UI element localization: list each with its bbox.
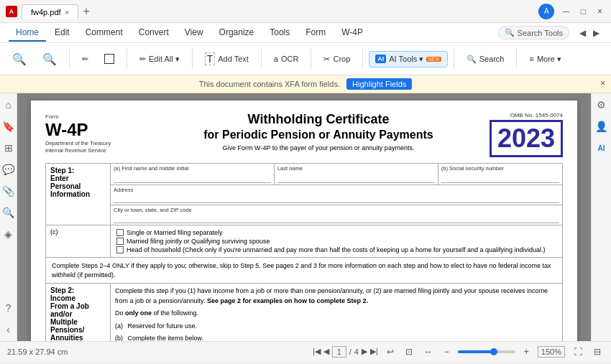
window-close-button[interactable]: ×: [594, 5, 605, 18]
complete-steps-text: Complete Steps 2–4 ONLY if they apply to…: [52, 262, 551, 279]
sidebar-icon-search[interactable]: 🔍: [1, 205, 16, 220]
sidebar-icon-attachment[interactable]: 📎: [1, 184, 16, 198]
form-w4p-title: W-4P: [45, 120, 160, 140]
fit-width-button[interactable]: ↔: [421, 345, 436, 358]
app-icon: A: [6, 6, 17, 17]
right-panel-icon-settings[interactable]: ⚙: [594, 98, 609, 112]
edit-all-button[interactable]: ✏ Edit All ▾: [133, 51, 186, 67]
status-bar: 21.59 x 27.94 cm |◀ ◀ 1 / 4 ▶ ▶| ↩ ⊡ ↔ −…: [0, 341, 611, 361]
divider-1: [69, 49, 70, 69]
tab-edit[interactable]: Edit: [47, 24, 77, 42]
ocr-button[interactable]: a OCR: [267, 51, 306, 67]
marquee-tool-button[interactable]: [98, 50, 121, 67]
tab-form[interactable]: Form: [298, 24, 333, 42]
zoom-in-status-button[interactable]: +: [521, 345, 532, 358]
search-tools-box[interactable]: 🔍 Search Tools: [498, 26, 569, 39]
window-minimize-button[interactable]: ─: [560, 5, 572, 18]
page-separator: /: [349, 347, 352, 356]
tab-close-button[interactable]: ×: [65, 9, 70, 17]
ssn-input[interactable]: [441, 173, 559, 183]
page-first-icon[interactable]: |◀: [313, 347, 321, 356]
tab-comment[interactable]: Comment: [78, 24, 130, 42]
highlight-tool-button[interactable]: ✏: [75, 51, 95, 67]
sidebar-icon-help[interactable]: ?: [1, 301, 16, 315]
tab-organize[interactable]: Organize: [212, 24, 262, 42]
zoom-slider-thumb[interactable]: [490, 348, 497, 355]
fit-page-button[interactable]: ⊡: [403, 345, 415, 358]
title-bar: A fw4p.pdf × + A ─ □ ×: [0, 0, 611, 23]
tab-filename: fw4p.pdf: [31, 8, 61, 17]
zoom-slider[interactable]: [458, 350, 515, 353]
tab-home[interactable]: Home: [9, 24, 46, 42]
zoom-level[interactable]: 150%: [538, 346, 565, 358]
ribbon-tabs: Home Edit Comment Convert View Organize …: [0, 23, 611, 43]
window-maximize-button[interactable]: □: [578, 5, 589, 18]
step2-line5: Multiple: [50, 318, 106, 326]
edit-all-label: Edit All ▾: [149, 55, 180, 64]
right-panel-icon-user[interactable]: 👤: [594, 119, 609, 134]
sidebar-icon-pages[interactable]: ⊞: [1, 141, 16, 155]
step1-fields: (a) First name and middle initial Last n…: [111, 164, 562, 225]
sidebar-icon-nav-left[interactable]: ‹: [1, 322, 16, 337]
filing-married-jointly-label: Married filing jointly or Qualifying sur…: [127, 238, 270, 245]
ocr-label: OCR: [281, 55, 298, 63]
form-left-header: Form W-4P Department of the Treasury Int…: [45, 112, 160, 157]
page-last-icon[interactable]: ▶|: [370, 347, 378, 356]
new-tab-button[interactable]: +: [80, 5, 92, 18]
sidebar-icon-comment[interactable]: 💬: [1, 162, 16, 177]
right-panel-icon-ai[interactable]: AI: [594, 141, 609, 155]
navigation-forward-button[interactable]: ▶: [590, 27, 602, 39]
checkbox-single[interactable]: [116, 229, 124, 236]
step2-line4: and/or: [50, 310, 106, 318]
city-input[interactable]: [114, 213, 559, 223]
checkbox-married-jointly[interactable]: [116, 238, 124, 245]
ai-tools-button[interactable]: AI AI Tools ▾ NEW: [369, 51, 447, 67]
page-next-icon[interactable]: ▶: [362, 347, 367, 356]
checkbox-head[interactable]: [116, 246, 124, 253]
zoom-in-button[interactable]: 🔍: [36, 49, 63, 70]
fullscreen-button[interactable]: ⛶: [571, 345, 585, 358]
dept-line2: Internal Revenue Service: [45, 147, 160, 154]
sidebar-icon-layers[interactable]: ◈: [1, 227, 16, 241]
add-text-label: Add Text: [218, 55, 249, 63]
split-view-button[interactable]: ⊟: [591, 345, 604, 358]
step1-label: Step 1: Enter Personal Information: [46, 164, 111, 225]
search-tools-label: Search Tools: [518, 29, 563, 37]
dept-name: Department of the Treasury Internal Reve…: [45, 140, 160, 154]
city-cell: City or town, state, and ZIP code: [111, 205, 562, 225]
page-current[interactable]: 1: [332, 346, 346, 358]
zoom-out-button[interactable]: 🔍: [6, 49, 33, 70]
filing-options-cell: Single or Married filing separately Marr…: [111, 225, 562, 257]
tab-convert[interactable]: Convert: [132, 24, 176, 42]
address-input[interactable]: [114, 193, 559, 203]
more-button[interactable]: ≡ More ▾: [523, 51, 568, 67]
sidebar-icon-bookmark[interactable]: 🔖: [1, 119, 16, 134]
sidebar-icon-home[interactable]: ⌂: [1, 98, 16, 112]
crop-button[interactable]: ✂ Crop: [317, 51, 357, 67]
zoom-out-status-button[interactable]: −: [441, 345, 452, 358]
divider-6: [362, 49, 363, 69]
divider-7: [454, 49, 454, 69]
tab-view[interactable]: View: [178, 24, 211, 42]
tab-protect[interactable]: W-4P: [334, 24, 370, 42]
sub-title: for Periodic Pension or Annuity Payments: [166, 129, 471, 141]
last-name-input[interactable]: [277, 173, 435, 183]
more-label: More ▾: [537, 55, 561, 64]
search-button[interactable]: 🔍 Search: [460, 51, 511, 67]
highlight-fields-button[interactable]: Highlight Fields: [346, 78, 412, 90]
step1-city-row: City or town, state, and ZIP code: [111, 205, 562, 225]
marquee-icon: [104, 54, 114, 64]
first-name-input[interactable]: [114, 173, 271, 183]
ribbon-tools: 🔍 🔍 ✏ ✏ Edit All ▾ T Add Text a OCR ✂: [0, 43, 611, 75]
tab-bar: fw4p.pdf × +: [22, 4, 93, 19]
first-name-cell: (a) First name and middle initial: [111, 164, 275, 185]
left-sidebar: ⌂ 🔖 ⊞ 💬 📎 🔍 ◈ ? ‹: [0, 93, 17, 341]
navigation-back-button[interactable]: ◀: [576, 27, 589, 39]
step1-name-row: (a) First name and middle initial Last n…: [111, 164, 562, 185]
notification-close-button[interactable]: ×: [600, 78, 605, 88]
page-prev-icon[interactable]: ◀: [323, 347, 329, 356]
tab-tools[interactable]: Tools: [262, 24, 297, 42]
rotate-page-button[interactable]: ↩: [384, 345, 397, 358]
add-text-button[interactable]: T Add Text: [198, 49, 255, 69]
document-tab[interactable]: fw4p.pdf ×: [22, 4, 78, 19]
